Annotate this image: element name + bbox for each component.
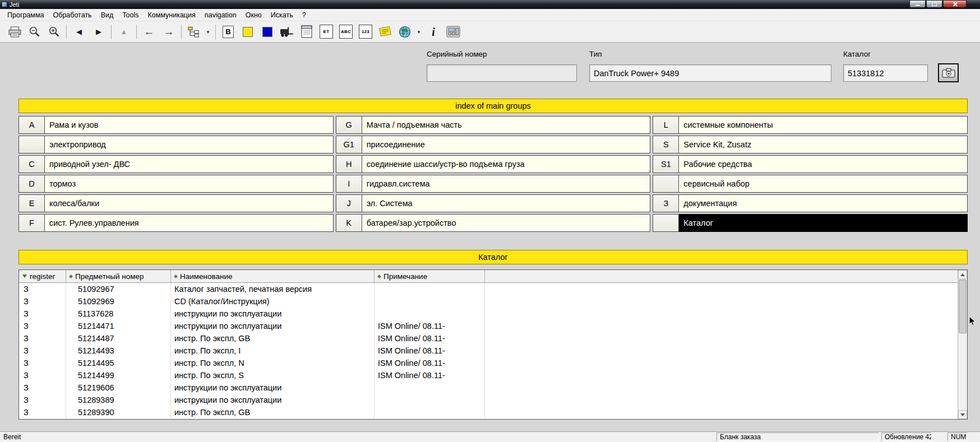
- group-code-cell[interactable]: C: [19, 155, 45, 173]
- group-name-cell[interactable]: эл. Система: [362, 194, 651, 212]
- table-row[interactable]: З51289389инструкции по эксплуатации: [19, 394, 967, 406]
- group-code-cell[interactable]: I: [336, 175, 362, 193]
- panel-button[interactable]: [444, 24, 462, 40]
- globe-button-dropdown[interactable]: ▾: [415, 29, 422, 35]
- info-button[interactable]: i: [424, 24, 442, 40]
- truck-icon: [279, 26, 295, 38]
- tree-view-button-dropdown[interactable]: ▾: [205, 29, 211, 35]
- table-row[interactable]: З51219606инструкции по эксплуатации: [19, 381, 967, 394]
- group-code-cell[interactable]: D: [19, 175, 45, 193]
- group-name-cell[interactable]: Рама и кузов: [45, 116, 334, 134]
- column-header[interactable]: Наименование: [171, 270, 375, 282]
- menubar-item[interactable]: Обработать: [49, 10, 96, 20]
- group-code-cell[interactable]: [653, 214, 679, 232]
- table-row[interactable]: З51214487инстр. По экспл, GBISM Online/ …: [19, 332, 967, 345]
- group-code-cell[interactable]: H: [336, 155, 362, 173]
- maximize-button[interactable]: [926, 0, 942, 8]
- previous-page-button[interactable]: ◀: [70, 24, 88, 40]
- group-name-cell[interactable]: тормоз: [45, 175, 334, 193]
- menubar-item[interactable]: Искать: [266, 10, 298, 20]
- table-row[interactable]: З51214471инструкции по эксплуатацииISM O…: [19, 320, 967, 332]
- vertical-scrollbar[interactable]: [958, 270, 967, 419]
- table-row[interactable]: З51092967Каталог запчастей, печатная вер…: [19, 283, 967, 295]
- blue-marker-button[interactable]: [258, 24, 276, 40]
- notes-button[interactable]: [376, 24, 394, 40]
- group-code-cell[interactable]: [653, 175, 679, 193]
- bold-button[interactable]: B: [219, 24, 237, 40]
- group-name-cell[interactable]: системные компоненты: [679, 116, 968, 134]
- group-code-cell[interactable]: З: [653, 194, 679, 212]
- menubar-item[interactable]: ?: [298, 10, 311, 20]
- group-code-cell[interactable]: F: [19, 214, 45, 232]
- menubar-item[interactable]: Вид: [96, 10, 118, 20]
- table-row[interactable]: З51289390инстр. По экспл, GB: [19, 406, 967, 418]
- group-code-cell[interactable]: K: [336, 214, 362, 232]
- menubar-item[interactable]: Окно: [241, 10, 266, 20]
- camera-button[interactable]: [938, 63, 959, 82]
- abc-list-button[interactable]: ABC: [337, 24, 355, 40]
- group-name-cell[interactable]: сервисный набор: [679, 175, 968, 193]
- scrollbar-thumb[interactable]: [959, 280, 967, 333]
- print-button[interactable]: [6, 24, 24, 40]
- group-name-cell[interactable]: присоединение: [362, 136, 651, 153]
- document-button[interactable]: [298, 24, 316, 40]
- table-row[interactable]: З51214493инстр. По экспл, IISM Online/ 0…: [19, 345, 967, 357]
- table-cell-filler: [485, 357, 958, 369]
- group-name-cell[interactable]: приводной узел- ДВС: [45, 155, 334, 173]
- group-name-cell[interactable]: документация: [679, 194, 968, 212]
- group-name-cell[interactable]: сист. Рулев.управления: [45, 214, 334, 232]
- menubar-item[interactable]: navigation: [200, 10, 241, 20]
- group-code-cell[interactable]: G1: [336, 136, 362, 153]
- serial-number-input[interactable]: [427, 64, 577, 82]
- menubar-item[interactable]: Tools: [118, 10, 143, 20]
- group-code-cell[interactable]: [19, 136, 45, 153]
- column-header[interactable]: Предметный номер: [66, 270, 171, 282]
- close-icon: [953, 2, 958, 7]
- globe-button[interactable]: [396, 24, 414, 40]
- scroll-down-button[interactable]: [958, 410, 967, 419]
- num-list-button[interactable]: 123: [357, 24, 375, 40]
- table-row[interactable]: З51092969CD (Каталог/Инструкция): [19, 295, 967, 308]
- column-header[interactable]: register: [19, 270, 66, 282]
- group-name-cell-selected[interactable]: Каталог: [679, 214, 968, 232]
- type-input[interactable]: [589, 64, 831, 82]
- scroll-up-button[interactable]: [958, 270, 967, 279]
- table-row[interactable]: З51214499инстр. По экспл, SISM Online/ 0…: [19, 369, 967, 381]
- zoom-in-button[interactable]: [45, 24, 63, 40]
- back-button[interactable]: ←: [140, 24, 158, 40]
- truck-button[interactable]: [278, 24, 296, 40]
- minimize-button[interactable]: [909, 0, 926, 8]
- group-name-cell[interactable]: батарея/зар.устройство: [362, 214, 651, 232]
- up-level-button[interactable]: ▲: [115, 24, 133, 40]
- yellow-marker-button[interactable]: [239, 24, 257, 40]
- group-code-cell[interactable]: E: [19, 194, 45, 212]
- column-header[interactable]: Примечание: [375, 270, 485, 282]
- group-code-cell[interactable]: G: [336, 116, 362, 134]
- group-name-cell[interactable]: Service Kit, Zusatz: [679, 136, 968, 153]
- tree-view-button[interactable]: [185, 24, 203, 40]
- group-name-cell[interactable]: колеса/балки: [45, 194, 334, 212]
- catalog-number-input[interactable]: [843, 64, 928, 82]
- group-name-cell[interactable]: гидравл.система: [362, 175, 651, 193]
- table-row[interactable]: З51214495инстр. По экспл, NISM Online/ 0…: [19, 357, 967, 369]
- menubar-item[interactable]: Коммуникация: [143, 10, 200, 20]
- next-page-button[interactable]: ▶: [90, 24, 108, 40]
- table-cell-filler: [485, 283, 958, 295]
- group-code-cell[interactable]: A: [19, 116, 45, 134]
- group-code-cell[interactable]: S: [653, 136, 679, 153]
- group-name-cell[interactable]: соединение шасси/устр-во подъема груза: [362, 155, 651, 173]
- et-list-button[interactable]: ET: [317, 24, 335, 40]
- table-cell: [375, 308, 485, 320]
- group-code-cell[interactable]: J: [336, 194, 362, 212]
- table-row[interactable]: З51137628инструкции по эксплуатации: [19, 308, 967, 320]
- zoom-out-button[interactable]: [25, 24, 43, 40]
- group-name-cell[interactable]: Мачта / подъемная часть: [362, 116, 651, 134]
- close-button[interactable]: [943, 0, 967, 8]
- group-name-cell[interactable]: Рабочие средства: [679, 155, 968, 173]
- forward-button[interactable]: →: [160, 24, 178, 40]
- group-code-cell[interactable]: L: [653, 116, 679, 134]
- menubar-item[interactable]: Программа: [3, 10, 49, 20]
- group-code-cell[interactable]: S1: [653, 155, 679, 173]
- type-label: Тип: [589, 50, 602, 58]
- group-name-cell[interactable]: электропривод: [45, 136, 334, 153]
